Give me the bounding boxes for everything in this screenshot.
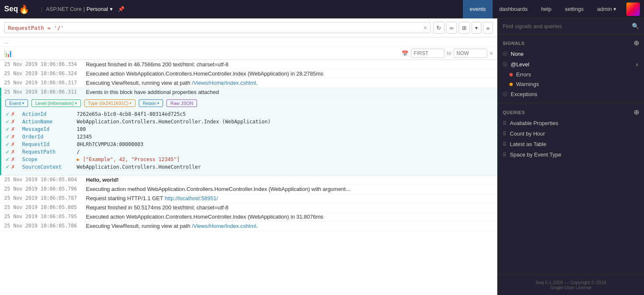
prop-name: ActionName [22,119,77,125]
query-item-count-by-hour[interactable]: ⠿ Count by Hour [498,128,644,139]
table-row[interactable]: 25 Nov 2019 10:06:05.786 Executing ViewR… [0,222,497,231]
signal-item-errors[interactable]: Errors [498,70,644,79]
check-icon[interactable]: ✓ [5,149,10,155]
sidebar-search-input[interactable] [503,23,628,29]
check-icon[interactable]: ✓ [5,141,10,147]
nav-settings[interactable]: settings [558,0,590,18]
expand-button[interactable]: » [483,22,493,34]
event-timestamp: 25 Nov 2019 10:06:06.317 [4,80,82,86]
query-count-by-hour-label: Count by Hour [510,131,545,137]
nav-divider: | [41,6,42,12]
radio-icon: ⦾ [503,91,507,98]
search-clear-icon[interactable]: × [423,24,427,31]
remove-icon[interactable]: ✗ [11,141,15,147]
query-grid-icon: ⠿ [503,152,506,158]
query-item-latest-as-table[interactable]: ⠿ Latest as Table [498,139,644,149]
event-message: Executing ViewResult, running view at pa… [86,223,493,229]
check-icon[interactable]: ✓ [5,111,10,117]
query-item-space-by-event-type[interactable]: ⠿ Space by Event Type [498,149,644,160]
table-row[interactable]: 25 Nov 2019 10:06:06.334 Request finishe… [0,60,497,69]
search-actions: ↻ ∞ ⊞ ▾ » [433,22,493,34]
table-row[interactable]: 25 Nov 2019 10:06:05.795 Executed action… [0,212,497,222]
calendar-icon[interactable]: 📅 [402,50,408,57]
nav-dashboards[interactable]: dashboards [493,0,535,18]
prop-value: 0HLRh7CVMPUJA:00000003 [77,141,493,147]
query-item-available-properties[interactable]: ⠿ Available Properties [498,118,644,128]
event-timestamp: 25 Nov 2019 10:06:05.787 [4,195,82,201]
signal-item-exceptions[interactable]: ⦾ Exceptions [498,89,644,99]
event-timestamp: 25 Nov 2019 10:06:06.311 [4,89,82,95]
table-row[interactable]: 25 Nov 2019 10:06:06.311 Events in this … [0,88,497,97]
event-message: Executed action WebApplication.Controlle… [86,214,493,220]
logo-text: Seq [4,5,18,13]
table-row[interactable]: 25 Nov 2019 10:06:05.805 Request finishe… [0,203,497,212]
tag-type[interactable]: Type (0x2411631C) ▾ [84,99,136,107]
prop-row-actionname: ✓✗ ActionName WebApplication.Controllers… [5,118,493,125]
time-bar: 📊 📅 to × [0,47,497,60]
prop-name: Scope [22,157,77,162]
check-icon[interactable]: ✓ [5,157,10,162]
time-input-wrap: 📅 to × [402,49,493,58]
table-row[interactable]: 25 Nov 2019 10:06:05.796 Executing actio… [0,185,497,194]
remove-icon[interactable]: ✗ [11,157,15,162]
query-grid-icon: ⠿ [503,131,506,137]
pin-icon[interactable]: 📌 [118,6,125,12]
refresh-button[interactable]: ↻ [433,22,444,34]
right-sidebar: 🔍 SIGNALS ⊕ ⦾ None ⦾ @Level ∧ Errors [497,18,644,295]
nav-events[interactable]: events [463,0,492,18]
user-avatar[interactable] [626,3,640,16]
check-icon[interactable]: ✓ [5,164,10,170]
properties-table: ✓✗ ActionId 7262e65a-b1c0-4cb8-84f1-8031… [5,110,493,171]
signal-collapse-icon[interactable]: ∧ [635,62,639,68]
radio-icon: ⦾ [503,61,507,68]
table-row[interactable]: 25 Nov 2019 10:06:06.317 Executing ViewR… [0,78,497,88]
add-query-button[interactable]: ⊕ [634,108,639,116]
prop-row-requestpath: ✓✗ RequestPath / [5,148,493,156]
table-row[interactable]: 25 Nov 2019 10:06:05.804 Hello, world! [0,175,497,185]
ellipsis-row: ... [0,37,497,47]
event-timestamp: 25 Nov 2019 10:06:05.804 [4,177,82,183]
event-message: Events in this block have additional pro… [86,89,493,95]
query-space-by-event-type-label: Space by Event Type [510,151,561,158]
check-icon[interactable]: ✓ [5,134,10,140]
event-timestamp: 25 Nov 2019 10:06:05.795 [4,214,82,219]
remove-icon[interactable]: ✗ [11,126,15,132]
time-to-input[interactable] [454,49,487,58]
signal-item-level[interactable]: ⦾ @Level ∧ [498,59,644,70]
remove-icon[interactable]: ✗ [11,149,15,155]
main-container: × ↻ ∞ ⊞ ▾ » ... 📊 📅 to × [0,18,644,295]
remove-icon[interactable]: ✗ [11,164,15,170]
tag-level[interactable]: Level (Information) ▾ [31,99,81,107]
signal-item-none[interactable]: ⦾ None [498,49,644,59]
check-icon[interactable]: ✓ [5,119,10,125]
permalink-button[interactable]: ∞ [446,22,457,34]
check-icon[interactable]: ✓ [5,126,10,132]
workspace-selector[interactable]: Personal ▾ [86,6,112,12]
search-input-wrap[interactable]: × [4,22,431,33]
remove-icon[interactable]: ✗ [11,111,15,117]
signals-section: SIGNALS ⊕ ⦾ None ⦾ @Level ∧ Errors Warni… [498,34,644,103]
remove-icon[interactable]: ✗ [11,119,15,125]
queries-label: QUERIES [503,110,525,115]
prop-name: ActionId [22,111,77,117]
time-clear-icon[interactable]: × [490,50,493,57]
options-chevron-button[interactable]: ▾ [472,22,481,34]
expanded-event-details: Event ▾ Level (Information) ▾ Type (0x24… [0,97,497,175]
search-input[interactable] [8,25,421,31]
chart-icon[interactable]: 📊 [4,50,13,57]
tag-raw-json[interactable]: Raw JSON [166,99,197,107]
nav-help[interactable]: help [535,0,558,18]
table-row[interactable]: 25 Nov 2019 10:06:05.787 Request startin… [0,194,497,203]
remove-icon[interactable]: ✗ [11,134,15,140]
sidebar-search-icon[interactable]: 🔍 [632,23,639,29]
columns-button[interactable]: ⊞ [459,22,470,34]
query-grid-icon: ⠿ [503,120,506,126]
signal-none-label: None [511,51,524,57]
table-row[interactable]: 25 Nov 2019 10:06:06.324 Executed action… [0,69,497,78]
tag-retain[interactable]: Retain ▾ [139,99,163,107]
signal-item-warnings[interactable]: Warnings [498,79,644,89]
nav-admin[interactable]: admin ▾ [590,0,623,18]
time-from-input[interactable] [411,49,444,58]
tag-event[interactable]: Event ▾ [5,99,28,107]
add-signal-button[interactable]: ⊕ [634,39,639,47]
